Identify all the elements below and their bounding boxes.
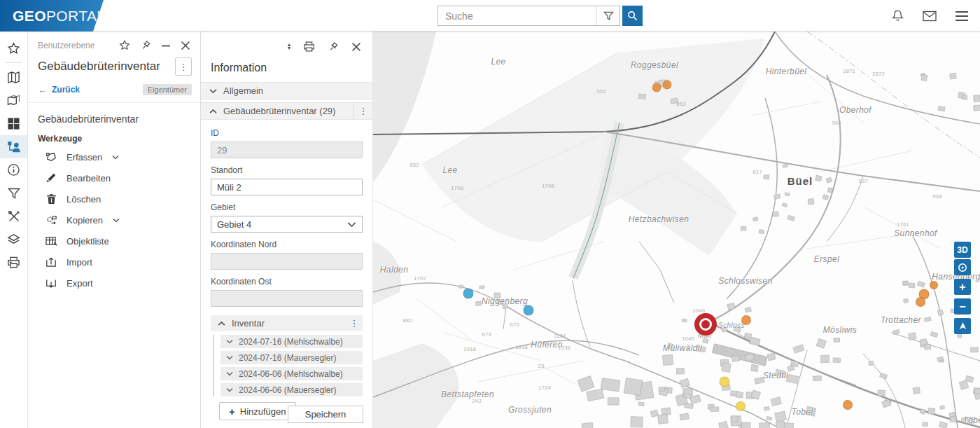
draw-polygon-icon bbox=[46, 151, 57, 163]
map-parcel-number: 1918 bbox=[463, 346, 476, 352]
close-panel-icon[interactable] bbox=[351, 42, 361, 52]
map-feature-dot[interactable] bbox=[720, 377, 730, 387]
map-feature-dot[interactable] bbox=[463, 289, 474, 299]
map-place-label: Grossjuten bbox=[508, 405, 552, 415]
rail-item-info[interactable] bbox=[0, 158, 27, 181]
inventar-entry[interactable]: 2024-07-16 (Mauersegler) bbox=[220, 351, 363, 364]
rail-item-tools[interactable] bbox=[0, 205, 27, 228]
main-menu-button[interactable] bbox=[955, 11, 969, 22]
star-icon bbox=[7, 42, 20, 55]
rail-item-filter[interactable] bbox=[0, 181, 27, 205]
rail-item-map-collection[interactable] bbox=[0, 89, 27, 112]
map-feature-dot[interactable] bbox=[524, 305, 534, 316]
map-place-label: Halden bbox=[380, 265, 408, 275]
info-panel-title: Information bbox=[201, 53, 372, 82]
map-parcel-number: 1045 bbox=[682, 336, 694, 342]
accordion-inventar[interactable]: Inventar ⋮ bbox=[211, 315, 363, 331]
minimize-panel-icon[interactable] bbox=[161, 41, 171, 50]
add-inventar-button[interactable]: + Hinzufügen bbox=[219, 402, 296, 420]
back-link[interactable]: ← Zurück bbox=[38, 85, 80, 95]
inventar-entry[interactable]: 2024-06-06 (Mauersegler) bbox=[220, 383, 363, 396]
top-header: GEOPORTAL bbox=[0, 0, 980, 32]
notifications-button[interactable] bbox=[891, 9, 904, 22]
map-place-label: Oberhof bbox=[839, 105, 872, 115]
chevron-down-icon bbox=[113, 218, 120, 223]
geoportal-logo[interactable]: GEOPORTAL bbox=[0, 0, 108, 32]
chevron-up-icon bbox=[218, 321, 225, 326]
feature-options-button[interactable]: ⋮ bbox=[354, 103, 372, 119]
map-feature-dot[interactable] bbox=[652, 83, 662, 92]
map-feature-dot[interactable] bbox=[843, 400, 853, 410]
tool-import[interactable]: Import bbox=[28, 251, 200, 272]
close-panel-icon[interactable] bbox=[181, 41, 190, 50]
map-canvas[interactable]: LeeRoggesbüelHinterbüelOberhofLeeHetzbac… bbox=[373, 32, 980, 428]
map-zoom-in-button[interactable]: + bbox=[954, 279, 971, 295]
map-place-label: Schlosswisen bbox=[718, 276, 773, 286]
map-locate-button[interactable] bbox=[954, 259, 971, 275]
tool-objektliste[interactable]: Objektliste bbox=[28, 230, 200, 251]
map-feature-dot[interactable] bbox=[916, 297, 925, 307]
map-parcel-number: 1708 bbox=[451, 185, 463, 191]
tool-export[interactable]: Export bbox=[28, 272, 200, 294]
accordion-allgemein[interactable]: Allgemein bbox=[201, 82, 372, 99]
back-arrow-icon: ← bbox=[38, 85, 47, 95]
map-place-label: Niggenberg bbox=[482, 296, 528, 306]
chevron-down-icon bbox=[209, 88, 217, 94]
map-feature-dot[interactable] bbox=[930, 281, 938, 289]
pin-panel-icon[interactable] bbox=[140, 40, 151, 51]
map-north-arrow-button[interactable] bbox=[954, 318, 971, 334]
pin-panel-icon[interactable] bbox=[328, 41, 339, 53]
map-place-label: Mösliwis bbox=[823, 325, 858, 335]
map-feature-dot[interactable] bbox=[663, 81, 672, 90]
map-place-label: Büel bbox=[788, 175, 813, 187]
chevron-down-icon bbox=[226, 371, 233, 376]
map-parcel-number: 2872 bbox=[872, 71, 885, 77]
map-3d-button[interactable]: 3D bbox=[954, 242, 971, 258]
selected-feature-marker[interactable] bbox=[694, 313, 717, 336]
inventar-entry[interactable]: 2024-06-06 (Mehlschwalbe) bbox=[220, 367, 363, 380]
map-parcel-number: 552 bbox=[596, 88, 606, 95]
chevron-down-icon bbox=[226, 387, 233, 392]
map-place-label: Trottacher bbox=[881, 315, 921, 325]
field-gebiet-select[interactable]: Gebiet 4 bbox=[211, 216, 363, 233]
search-button[interactable] bbox=[622, 6, 643, 26]
save-button[interactable]: Speichern bbox=[288, 406, 363, 423]
field-standort[interactable]: Müli 2 bbox=[211, 179, 363, 195]
search-input[interactable] bbox=[438, 6, 596, 25]
rail-item-apps-grid[interactable] bbox=[0, 112, 27, 135]
rail-item-print[interactable] bbox=[0, 251, 27, 274]
user-layer-panel: Benutzerebene Gebäudebrüterinventar ⋮ ← … bbox=[28, 32, 201, 428]
inventar-options-button[interactable]: ⋮ bbox=[346, 315, 363, 331]
tool-bearbeiten[interactable]: Bearbeiten bbox=[28, 167, 200, 188]
rail-item-favorites[interactable] bbox=[0, 37, 27, 60]
map-feature-dot[interactable] bbox=[736, 401, 746, 411]
accordion-feature[interactable]: Gebäudebrüterinventar (29) ⋮ bbox=[201, 102, 372, 120]
map-zoom-out-button[interactable]: − bbox=[954, 298, 971, 315]
rail-item-map[interactable] bbox=[0, 66, 27, 89]
print-panel-icon[interactable] bbox=[303, 41, 315, 53]
field-label-id: ID bbox=[211, 128, 363, 138]
map-parcel-number: 1724 bbox=[538, 385, 551, 391]
tool-erfassen[interactable]: Erfassen bbox=[28, 146, 200, 167]
search-filter-button[interactable] bbox=[596, 6, 620, 25]
inventar-entry[interactable]: 2024-07-16 (Mehlschwalbe) bbox=[220, 335, 363, 348]
selected-feature-marker-core bbox=[701, 320, 710, 329]
resize-panel-icon[interactable]: ▴▾ bbox=[288, 43, 290, 50]
rail-item-user-workflows[interactable] bbox=[0, 135, 27, 158]
map-parcel-number: 1916 bbox=[515, 344, 528, 350]
map-feature-dot[interactable] bbox=[741, 315, 751, 325]
plus-icon: + bbox=[229, 406, 235, 417]
rail-item-layers[interactable] bbox=[0, 228, 27, 251]
tool-kopieren[interactable]: Kopieren bbox=[28, 209, 200, 230]
map-parcel-number: 617 bbox=[752, 169, 762, 175]
favorite-star-icon[interactable] bbox=[119, 40, 130, 51]
layer-options-button[interactable]: ⋮ bbox=[175, 57, 192, 76]
layer-section-title: Gebäudebrüterinventar bbox=[28, 103, 200, 126]
chevron-down-icon bbox=[112, 155, 119, 160]
field-label-standort: Standort bbox=[211, 165, 363, 175]
tool-loeschen[interactable]: Löschen bbox=[28, 188, 200, 209]
import-icon bbox=[46, 256, 57, 268]
layer-title: Gebäudebrüterinventar bbox=[38, 60, 175, 74]
map-parcel-number: 853 bbox=[676, 101, 685, 107]
messages-button[interactable] bbox=[923, 11, 937, 22]
